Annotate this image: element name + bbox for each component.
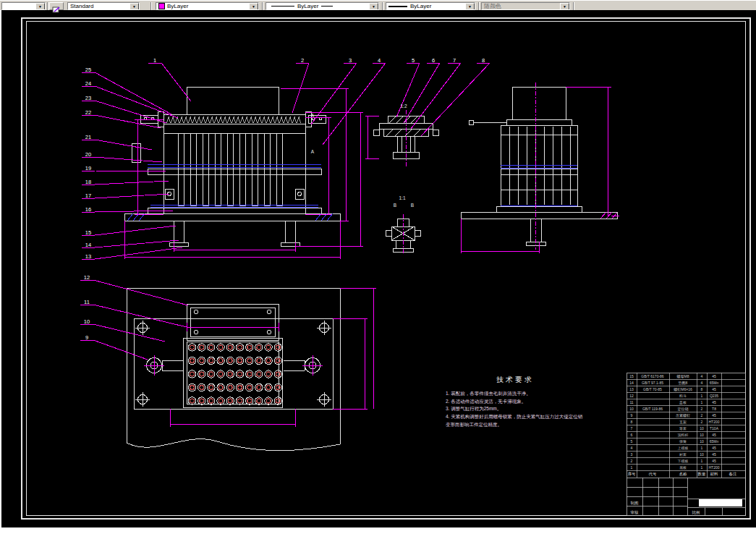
parts-list-cell: 4	[701, 381, 703, 385]
balloon-number: 1	[153, 57, 156, 64]
text-style-value: Standard	[70, 3, 93, 9]
parts-list-cell: 3	[631, 452, 633, 457]
application-window: ▼ Standard ▼ ByLayer ▼ ByLayer ▼	[0, 0, 756, 534]
toolbar-separator	[382, 2, 383, 10]
parts-list-header: 名称	[679, 472, 688, 476]
balloon-number: 12	[84, 274, 90, 281]
balloon-number: 23	[85, 95, 91, 101]
title-block-field-label: 比例	[692, 510, 700, 515]
parts-list-cell: 2	[701, 413, 703, 418]
parts-list-header: 序号	[628, 472, 637, 477]
parts-list-cell: T8	[712, 407, 716, 411]
parts-list-cell: 2	[701, 420, 703, 424]
chevron-down-icon[interactable]: ▼	[35, 3, 45, 10]
parts-list-cell: GB/T 6170-86	[641, 374, 664, 378]
balloon-number: 16	[85, 206, 91, 213]
highlighted-field	[699, 499, 742, 507]
parts-list-header: 备注	[729, 472, 738, 476]
drawing-canvas[interactable]: 15GB/T 6170-86螺母M844514GB/T 97.1-85垫圈846…	[0, 0, 756, 534]
balloon-number: 14	[85, 242, 91, 248]
parts-list-cell: 压紧螺钉	[676, 413, 690, 418]
toolbar: ▼ Standard ▼ ByLayer ▼ ByLayer ▼	[0, 0, 756, 10]
requirement-line: 3. 调整气缸行程为25mm。	[446, 405, 585, 413]
parts-list-cell: 1	[701, 394, 703, 398]
parts-list-cell: 1	[701, 446, 703, 450]
balloon-number: 15	[85, 229, 91, 236]
view-label: A	[311, 113, 315, 118]
parts-list-cell: 45	[712, 452, 716, 457]
parts-list-cell: 11	[629, 400, 633, 404]
parts-list-cell: 盖板	[679, 400, 687, 404]
color-control-combo[interactable]: ByLayer ▼	[156, 2, 259, 10]
parts-list-cell: 10	[700, 439, 704, 444]
chevron-down-icon[interactable]: ▼	[369, 3, 378, 10]
balloon-number: 21	[85, 134, 91, 140]
parts-list: 15GB/T 6170-86螺母M844514GB/T 97.1-85垫圈846…	[627, 373, 745, 515]
text-style-icon	[52, 7, 61, 13]
title-block-field-label: 审核	[631, 510, 640, 514]
chevron-down-icon[interactable]: ▼	[129, 3, 139, 10]
balloon-number: 11	[84, 299, 90, 305]
chevron-down-icon[interactable]: ▼	[560, 3, 569, 10]
window-border-bottom	[0, 527, 756, 534]
parts-list-cell: 料斗	[679, 394, 687, 398]
technical-requirements: 技术要求 1. 装配前，各零件须去毛刺并清洗干净。 2. 各运动件运动应灵活，无…	[446, 375, 585, 429]
balloon-number: 22	[85, 109, 91, 116]
balloon-number: 9	[85, 334, 88, 341]
parts-list-cell: 4	[631, 446, 633, 450]
parts-list-cell: 7	[631, 426, 633, 431]
balloon-number: 10	[84, 318, 90, 325]
balloon-number: 6	[432, 57, 435, 64]
front-view-blue-parts	[127, 164, 333, 221]
parts-list-cell: 65Mn	[710, 439, 719, 444]
lineweight-control-combo[interactable]: ByLayer ▼	[386, 2, 475, 10]
parts-list-header: 材料	[710, 472, 719, 477]
toolbar-separator	[262, 2, 263, 10]
parts-list-cell: 8	[631, 420, 633, 424]
spring-hatch	[166, 116, 301, 123]
balloon-number: 5	[412, 57, 415, 64]
text-style-combo[interactable]: Standard ▼	[67, 2, 140, 10]
view-label: A	[311, 149, 315, 154]
parts-list-cell: 45	[712, 459, 716, 463]
section-view-aa-dimensions	[365, 110, 406, 168]
text-style-manager-button[interactable]	[49, 2, 64, 10]
toolbar-separator	[47, 2, 48, 10]
side-view-blue-parts	[501, 165, 577, 205]
balloon-callouts: 1234567825242322212019181716151413121110…	[80, 57, 490, 360]
parts-list-cell: 4	[701, 374, 703, 378]
parts-list-cell: 45	[712, 433, 716, 437]
parts-list-cell: 垫圈8	[679, 381, 688, 385]
technical-requirements-title: 技术要求	[446, 375, 585, 385]
chevron-down-icon[interactable]: ▼	[249, 3, 258, 10]
parts-list-cell: 10	[700, 452, 704, 457]
requirement-line: 2. 各运动件运动应灵活，无卡滞现象。	[446, 398, 585, 406]
parts-list-cell: T10A	[710, 426, 719, 431]
balloon-number: 3	[349, 57, 352, 64]
parts-list-cell: 12	[629, 394, 634, 398]
parts-list-cell: 15	[629, 374, 634, 378]
balloon-number: 20	[85, 151, 91, 158]
parts-list-cell: 65Mn	[710, 381, 719, 385]
parts-list-cell: 45	[712, 387, 716, 391]
view-label: B	[394, 203, 396, 208]
lineweight-value: ByLayer	[410, 3, 431, 9]
parts-list-cell: 下模板	[678, 459, 689, 463]
balloon-number: 7	[453, 57, 456, 64]
parts-list-cell: 1	[631, 465, 633, 470]
balloon-number: 17	[85, 192, 91, 199]
title-block-field-label: 制图	[631, 501, 639, 506]
parts-list-cell: Q235	[710, 394, 718, 398]
toolbar-separator	[478, 2, 480, 10]
parts-list-cell: 1	[701, 459, 703, 463]
plot-style-combo[interactable]: 随颜色 ▼	[481, 2, 570, 10]
parts-list-cell: 弹簧	[679, 439, 687, 444]
lineweight-sample-icon	[388, 6, 407, 7]
side-view	[461, 87, 617, 245]
window-border-left	[0, 10, 1, 527]
linetype-control-combo[interactable]: ByLayer ▼	[266, 2, 379, 10]
chevron-down-icon[interactable]: ▼	[465, 3, 475, 10]
parts-list-cell: HT200	[708, 465, 719, 470]
layer-control-combo[interactable]: ▼	[1, 2, 46, 10]
parts-list-header: 数量	[698, 472, 707, 476]
